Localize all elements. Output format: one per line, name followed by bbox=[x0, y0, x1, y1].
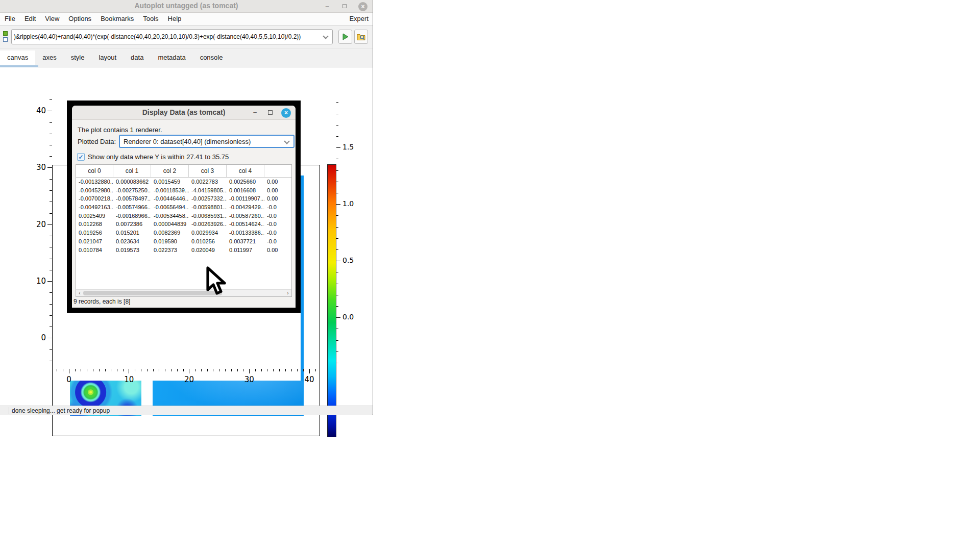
table-cell: -0.00574966... bbox=[113, 203, 151, 212]
scroll-right-arrow-icon[interactable]: › bbox=[285, 290, 291, 296]
y-axis-minor-tick bbox=[50, 361, 52, 361]
table-row[interactable]: 0.0192560.0152010.00823690.0029934-0.001… bbox=[76, 229, 291, 237]
dialog-maximize-icon bbox=[268, 110, 273, 115]
column-header[interactable] bbox=[264, 165, 291, 177]
y-axis-minor-tick bbox=[50, 213, 52, 214]
table-row[interactable]: -0.00492163...-0.00574966...-0.00656494.… bbox=[76, 203, 291, 212]
column-header[interactable]: col 4 bbox=[227, 165, 264, 177]
filter-checkbox[interactable]: ✓ bbox=[77, 153, 85, 161]
dialog-title: Display Data (as tomcat) bbox=[72, 108, 296, 116]
go-button[interactable] bbox=[338, 30, 352, 44]
table-cell: 0.0022783 bbox=[189, 178, 227, 186]
table-cell: -4.04159805... bbox=[189, 186, 227, 195]
table-cell: -0.00168966... bbox=[113, 212, 151, 220]
table-row[interactable]: -0.00700218...-0.00578497...-0.00446446.… bbox=[76, 194, 291, 203]
plotted-data-combobox[interactable]: Renderer 0: dataset[40,40] (dimensionles… bbox=[119, 135, 295, 148]
colorbar[interactable] bbox=[327, 164, 336, 437]
colorbar-minor-tick bbox=[336, 306, 338, 307]
x-axis-minor-tick bbox=[195, 369, 195, 371]
tab-style[interactable]: style bbox=[64, 51, 92, 65]
expert-mode-label[interactable]: Expert bbox=[349, 15, 369, 22]
colorbar-minor-tick bbox=[336, 340, 338, 341]
uri-input[interactable] bbox=[13, 31, 319, 43]
column-header[interactable]: col 3 bbox=[189, 165, 227, 177]
menu-help[interactable]: Help bbox=[163, 13, 186, 24]
table-row[interactable]: 0.0107840.0195730.0223730.0200490.011997… bbox=[76, 246, 291, 255]
tab-console[interactable]: console bbox=[193, 51, 230, 65]
x-axis-minor-tick bbox=[99, 369, 100, 371]
colorbar-tick bbox=[336, 261, 340, 261]
table-cell: 0.0029934 bbox=[189, 229, 227, 237]
dialog-minimize-button[interactable]: – bbox=[250, 108, 260, 118]
x-axis-tick-label: 40 bbox=[298, 375, 321, 384]
table-row[interactable]: -0.00452980...-0.00275250...-0.00118539.… bbox=[76, 186, 291, 195]
table-cell: 0.00 bbox=[264, 178, 291, 186]
x-axis-minor-tick bbox=[123, 369, 124, 371]
horizontal-scrollbar[interactable]: ‹ › bbox=[76, 289, 291, 296]
column-header[interactable]: col 2 bbox=[151, 165, 189, 177]
x-axis-tick-label: 20 bbox=[178, 375, 201, 384]
scrollbar-thumb[interactable] bbox=[83, 291, 222, 295]
table-cell: 0.019590 bbox=[151, 237, 189, 246]
table-cell: 0.0072386 bbox=[113, 220, 151, 229]
title-bar: Autoplot untagged (as tomcat) – × bbox=[0, 0, 373, 13]
x-axis-minor-tick bbox=[81, 369, 81, 371]
table-cell: -0.0 bbox=[264, 237, 291, 246]
colorbar-minor-tick bbox=[336, 159, 338, 159]
colorbar-minor-tick bbox=[336, 182, 338, 182]
chevron-down-icon bbox=[284, 138, 289, 144]
x-axis-minor-tick bbox=[159, 369, 159, 371]
tab-data[interactable]: data bbox=[124, 51, 151, 65]
menu-view[interactable]: View bbox=[40, 13, 64, 24]
tab-axes[interactable]: axes bbox=[35, 51, 63, 65]
tab-layout[interactable]: layout bbox=[91, 51, 124, 65]
chevron-down-icon[interactable] bbox=[323, 33, 328, 39]
colorbar-minor-tick bbox=[336, 284, 338, 284]
y-axis-tick-label: 0 bbox=[26, 333, 46, 342]
menu-edit[interactable]: Edit bbox=[20, 13, 40, 24]
table-row[interactable]: 0.0025409-0.00168966...-0.00534458...-0.… bbox=[76, 212, 291, 220]
data-table[interactable]: col 0col 1col 2col 3col 4 -0.00132880...… bbox=[76, 164, 292, 297]
menu-options[interactable]: Options bbox=[64, 13, 96, 24]
records-count: 9 records, each is [8] bbox=[74, 298, 130, 305]
table-row[interactable]: 0.0210470.0236340.0195900.0102560.003772… bbox=[76, 237, 291, 246]
tab-bar: canvasaxesstylelayoutdatametadataconsole bbox=[0, 48, 373, 67]
x-axis-minor-tick bbox=[147, 369, 148, 371]
tab-canvas[interactable]: canvas bbox=[0, 51, 35, 65]
colorbar-minor-tick bbox=[336, 272, 338, 272]
x-axis-minor-tick bbox=[231, 369, 232, 371]
table-cell: 0.022373 bbox=[151, 246, 189, 255]
minimize-button[interactable]: – bbox=[323, 2, 332, 11]
uri-toolbar bbox=[0, 25, 373, 48]
dialog-maximize-button[interactable] bbox=[265, 108, 275, 118]
table-cell: 0.000083662 bbox=[113, 178, 151, 186]
table-cell: -0.00534458... bbox=[151, 212, 189, 220]
table-cell: 0.00 bbox=[264, 186, 291, 195]
menu-bookmarks[interactable]: Bookmarks bbox=[96, 13, 138, 24]
display-data-dialog-frame: Display Data (as tomcat) – × The plot co… bbox=[67, 101, 301, 313]
table-cell: -0.00598801... bbox=[189, 203, 227, 212]
menu-tools[interactable]: Tools bbox=[138, 13, 163, 24]
tab-metadata[interactable]: metadata bbox=[151, 51, 192, 65]
scroll-left-arrow-icon[interactable]: ‹ bbox=[77, 290, 83, 296]
table-cell: -0.00452980... bbox=[76, 186, 113, 195]
table-row[interactable]: 0.0122680.00723860.000044839-0.00263926.… bbox=[76, 220, 291, 229]
uri-combobox[interactable] bbox=[11, 29, 333, 44]
column-header[interactable]: col 1 bbox=[113, 165, 151, 177]
colorbar-tick bbox=[336, 147, 340, 148]
maximize-button[interactable] bbox=[340, 2, 349, 11]
uri-status-green-square bbox=[3, 31, 8, 36]
y-axis-tick bbox=[47, 338, 52, 338]
table-row[interactable]: -0.00132880...0.0000836620.00154590.0022… bbox=[76, 178, 291, 186]
close-button[interactable]: × bbox=[358, 2, 368, 11]
dialog-close-button[interactable]: × bbox=[281, 108, 291, 118]
x-axis-tick bbox=[309, 369, 310, 373]
table-cell: -0.0 bbox=[264, 220, 291, 229]
x-axis-minor-tick bbox=[201, 369, 202, 371]
column-header[interactable]: col 0 bbox=[76, 165, 113, 177]
browse-button[interactable] bbox=[354, 30, 368, 44]
table-cell: 0.019573 bbox=[113, 246, 151, 255]
menu-file[interactable]: File bbox=[0, 13, 20, 24]
y-axis-tick bbox=[47, 281, 52, 282]
dialog-title-bar[interactable]: Display Data (as tomcat) – × bbox=[72, 106, 296, 120]
